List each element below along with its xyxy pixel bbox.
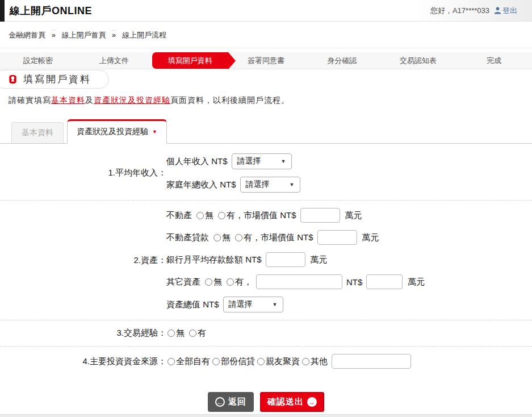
section-title: 填寫開戶資料 <box>23 73 91 86</box>
experience-yes-radio[interactable] <box>189 330 196 337</box>
total-assets-line: 資產總值 NT$ 請選擇 ▼ <box>166 297 425 312</box>
radio-label: 無 <box>176 328 185 339</box>
logout-label: 登出 <box>502 6 517 16</box>
step-upload-docs: 上傳文件 <box>76 52 152 69</box>
other-assets-line: 其它資產 無 有 ， NT$ 萬元 <box>166 274 425 289</box>
back-button[interactable]: ← 返回 <box>208 392 254 412</box>
radio-label: 全部自有 <box>176 356 210 367</box>
caret-down-icon: ▼ <box>152 129 157 135</box>
form-tabs: 基本資料 資產狀況及投資經驗 ▼ <box>0 119 532 144</box>
nt-label: NT$ <box>346 277 362 287</box>
radio-label: 親友聚資 <box>266 356 300 367</box>
header-user-area: 您好，A17****033 登出 <box>430 6 517 16</box>
breadcrumb-current: 線上開戶流程 <box>122 31 166 39</box>
notice-link-assets: 資產狀況及投資經驗 <box>94 95 170 105</box>
step-set-password: 設定帳密 <box>0 52 76 69</box>
mortgage-value-input[interactable] <box>317 230 357 245</box>
back-button-label: 返回 <box>228 397 246 407</box>
realestate-label: 不動產 <box>166 210 192 221</box>
funding-friends-radio[interactable] <box>257 358 265 365</box>
submit-button[interactable]: 確認送出 → <box>260 392 324 412</box>
row-assets: 2.資產： 不動產 無 有 ，市場價值 NT$ 萬元 不動產貸款 無 有 ，市場… <box>0 202 532 319</box>
submit-button-label: 確認送出 <box>267 397 304 407</box>
progress-steps: 設定帳密 上傳文件 填寫開戶資料 簽署同意書 身分確認 交易認知表 完成 <box>0 52 532 69</box>
arrow-right-circle-icon: → <box>307 397 317 407</box>
breadcrumb-separator-icon: » <box>52 30 56 39</box>
other-assets-label: 其它資產 <box>166 277 200 287</box>
select-value: 請選擇 <box>246 180 270 190</box>
caret-down-icon: ▼ <box>281 159 286 164</box>
breadcrumb-account-home[interactable]: 線上開戶首頁 <box>61 31 106 39</box>
market-value-label: ，市場價值 NT$ <box>235 210 296 221</box>
funding-other-radio[interactable] <box>302 358 309 365</box>
mortgage-no-radio[interactable] <box>213 234 221 241</box>
funding-other-input[interactable] <box>332 354 411 369</box>
arrow-left-circle-icon: ← <box>215 397 225 407</box>
radio-label: 有 <box>244 232 252 243</box>
personal-income-line: 個人年收入 NT$ 請選擇 ▼ <box>166 153 300 169</box>
app-title: 線上開戶ONLINE <box>10 4 92 18</box>
tab-assets-experience[interactable]: 資產狀況及投資經驗 ▼ <box>67 119 167 144</box>
row-experience-label: 3.交易經驗： <box>0 328 166 339</box>
assets-form: 1.平均年收入： 個人年收入 NT$ 請選擇 ▼ 家庭年總收入 NT$ 請選擇 … <box>0 144 532 412</box>
step-trading-form: 交易認知表 <box>380 52 456 69</box>
row-income-label: 1.平均年收入： <box>0 168 166 178</box>
radio-label: 部份信貸 <box>221 356 255 367</box>
unit-label: 萬元 <box>345 210 362 221</box>
user-icon <box>494 7 501 14</box>
other-assets-no-radio[interactable] <box>205 278 212 286</box>
select-value: 請選擇 <box>237 156 261 166</box>
breadcrumb-home[interactable]: 金融網首頁 <box>9 31 45 39</box>
radio-label: 無 <box>205 210 213 221</box>
caret-down-icon: ▼ <box>290 182 295 187</box>
realestate-value-input[interactable] <box>300 208 340 223</box>
form-actions: ← 返回 確認送出 → <box>0 392 532 412</box>
section-divider <box>0 320 532 320</box>
funding-line: 全部自有 部份信貸 親友聚資 其他 <box>166 354 415 369</box>
family-income-label: 家庭年總收入 NT$ <box>166 180 236 190</box>
notice-link-basic: 基本資料 <box>51 95 85 105</box>
user-greeting: 您好，A17****033 <box>430 6 489 16</box>
row-funding-source: 4.主要投資資金來源： 全部自有 部份信貸 親友聚資 其他 <box>0 348 532 375</box>
notice-part: 頁面資料，以利後續開戶流程。 <box>170 95 290 105</box>
tab-assets-label: 資產狀況及投資經驗 <box>77 127 148 137</box>
radio-label: 有 <box>227 210 235 221</box>
section-divider <box>0 346 532 347</box>
family-income-select[interactable]: 請選擇 ▼ <box>240 177 300 193</box>
header-accent-bar <box>0 0 5 22</box>
tab-basic-info[interactable]: 基本資料 <box>11 122 64 143</box>
funding-loan-radio[interactable] <box>212 358 220 365</box>
unit-label: 萬元 <box>408 277 425 287</box>
bank-balance-line: 銀行月平均存款餘額 NT$ 萬元 <box>166 252 425 267</box>
total-assets-label: 資產總值 NT$ <box>166 299 219 310</box>
unit-label: 萬元 <box>311 255 328 265</box>
notice-part: 請確實填寫 <box>9 95 51 105</box>
other-assets-value-input[interactable] <box>366 274 403 289</box>
unit-label: 萬元 <box>362 232 379 243</box>
row-average-income: 1.平均年收入： 個人年收入 NT$ 請選擇 ▼ 家庭年總收入 NT$ 請選擇 … <box>0 147 532 199</box>
section-badge-icon <box>7 74 18 85</box>
other-assets-yes-radio[interactable] <box>227 278 234 286</box>
step-sign-consent: 簽署同意書 <box>228 52 304 69</box>
experience-no-radio[interactable] <box>167 330 175 337</box>
breadcrumb: 金融網首頁 » 線上開戶首頁 » 線上開戶流程 <box>0 22 532 48</box>
mortgage-label: 不動產貸款 <box>166 232 209 243</box>
step-identity-check: 身分確認 <box>304 52 380 69</box>
realestate-yes-radio[interactable] <box>218 212 225 219</box>
row-funding-label: 4.主要投資資金來源： <box>0 356 166 367</box>
personal-income-select[interactable]: 請選擇 ▼ <box>232 153 292 169</box>
market-value-label: ，市場價值 NT$ <box>252 232 313 243</box>
funding-own-radio[interactable] <box>167 358 175 365</box>
radio-label: 其他 <box>311 356 328 367</box>
bank-balance-input[interactable] <box>266 252 305 267</box>
other-assets-desc-input[interactable] <box>256 274 342 289</box>
realestate-line: 不動產 無 有 ，市場價值 NT$ 萬元 <box>166 208 425 223</box>
section-title-pill: 填寫開戶資料 <box>0 70 109 89</box>
step-fill-form-active: 填寫開戶資料 <box>152 52 228 69</box>
instruction-text: 請確實填寫基本資料及資產狀況及投資經驗頁面資料，以利後續開戶流程。 <box>9 95 532 106</box>
total-assets-select[interactable]: 請選擇 ▼ <box>223 297 283 312</box>
mortgage-yes-radio[interactable] <box>235 234 242 241</box>
section-divider <box>0 200 532 201</box>
logout-link[interactable]: 登出 <box>494 6 517 16</box>
realestate-no-radio[interactable] <box>196 212 204 219</box>
